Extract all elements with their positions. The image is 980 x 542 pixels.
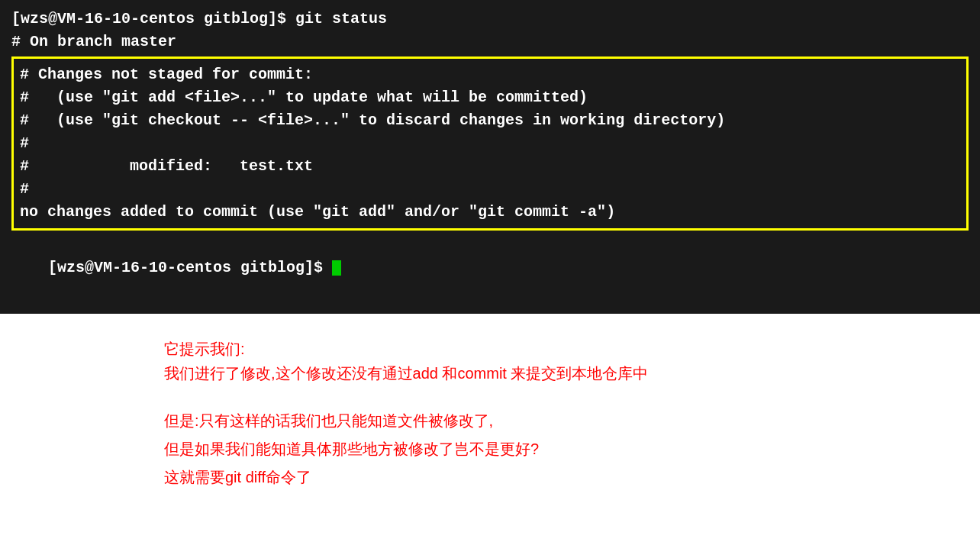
content-text-5: 这就需要git diff命令了: [164, 465, 816, 489]
terminal-line-2: # On branch master: [11, 31, 969, 53]
box-line-2: # (use "git add <file>..." to update wha…: [20, 86, 960, 109]
yellow-box: # Changes not staged for commit: # (use …: [11, 56, 969, 231]
box-line-1: # Changes not staged for commit:: [20, 63, 960, 86]
terminal-line-last: [wzs@VM-16-10-centos gitblog]$: [11, 234, 969, 302]
box-line-3: # (use "git checkout -- <file>..." to di…: [20, 109, 960, 132]
terminal-line-1: [wzs@VM-16-10-centos gitblog]$ git statu…: [11, 8, 969, 31]
box-line-5: # modified: test.txt: [20, 155, 960, 178]
box-line-7: no changes added to commit (use "git add…: [20, 201, 960, 224]
content-paragraph-1: 它提示我们: 我们进行了修改,这个修改还没有通过add 和commit 来提交到…: [164, 337, 816, 386]
box-line-4: #: [20, 132, 960, 155]
content-text-4: 但是如果我们能知道具体那些地方被修改了岂不是更好?: [164, 437, 816, 461]
content-text-3: 但是:只有这样的话我们也只能知道文件被修改了,: [164, 408, 816, 433]
terminal-cursor: [332, 260, 341, 276]
terminal-section: [wzs@VM-16-10-centos gitblog]$ git statu…: [0, 0, 980, 314]
box-line-6: #: [20, 178, 960, 201]
content-text-1: 它提示我们:: [164, 337, 816, 361]
content-section: 它提示我们: 我们进行了修改,这个修改还没有通过add 和commit 来提交到…: [0, 314, 980, 512]
content-text-2: 我们进行了修改,这个修改还没有通过add 和commit 来提交到本地仓库中: [164, 361, 816, 386]
content-paragraph-2: 但是:只有这样的话我们也只能知道文件被修改了, 但是如果我们能知道具体那些地方被…: [164, 408, 816, 489]
